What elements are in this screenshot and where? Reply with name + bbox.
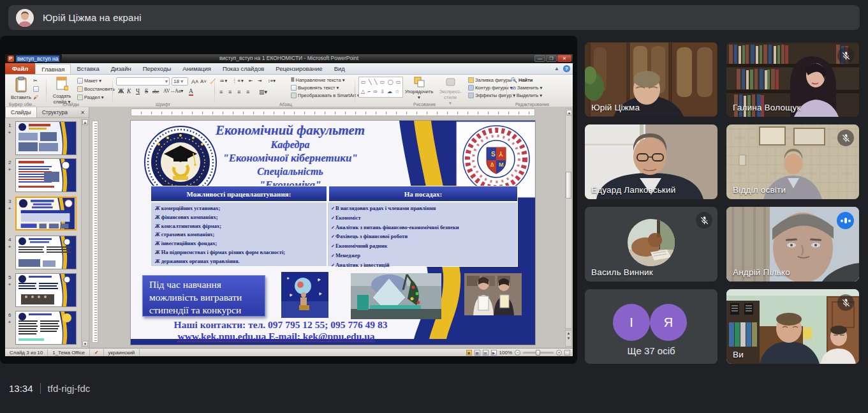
view-slideshow-button[interactable]: ▶ — [491, 350, 497, 356]
participant-name: Василь Винник — [591, 267, 653, 277]
shape-fill-button[interactable]: Заливка фигуры ▾ — [468, 77, 515, 83]
zoom-slider[interactable] — [523, 352, 554, 354]
panel-tab-slides[interactable]: Слайды — [5, 107, 37, 117]
align-text-button[interactable]: Выровнять текст ▾ — [291, 85, 339, 91]
slide-canvas[interactable]: S ⅄ ∆ M — [131, 121, 535, 345]
align-right-button[interactable]: ≡ — [237, 89, 241, 95]
line-spacing-button[interactable]: ↕≡▾ — [268, 78, 276, 84]
horizontal-ruler — [131, 109, 535, 116]
new-slide-button[interactable]: Создатьслайд ▾ — [48, 77, 75, 105]
panel-tab-outline[interactable]: Структура — [37, 107, 73, 117]
italic-button[interactable]: К — [127, 88, 131, 94]
shape-outline-button[interactable]: Контур фигуры ▾ — [468, 85, 512, 91]
slide-thumbnail-4[interactable] — [15, 236, 77, 269]
close-button[interactable]: ✕ — [557, 55, 571, 62]
font-color-button[interactable]: A — [189, 88, 193, 96]
view-sorter-button[interactable]: ▦ — [474, 350, 480, 356]
fit-to-window-button[interactable]: ⛶ — [564, 350, 570, 356]
bullets-button[interactable]: ≔▾ — [219, 78, 228, 84]
reset-button[interactable]: Восстановить — [77, 86, 115, 92]
decrease-indent-button[interactable]: ⇤ — [249, 78, 253, 84]
underline-button[interactable]: Ч — [136, 88, 140, 94]
ribbon-tab-row: Файл Главная Вставка Дизайн Переходы Ани… — [5, 63, 573, 75]
smartart-button[interactable]: Преобразовать в SmartArt ▾ — [291, 93, 360, 98]
help-icon[interactable]: ? — [563, 65, 570, 72]
slide-table: Можливості працевлаштування: На посадах:… — [151, 186, 518, 267]
prev-next-slide-buttons[interactable]: ▲▼ — [565, 330, 572, 347]
find-button[interactable]: 🔍Найти — [511, 77, 533, 83]
numbering-button[interactable]: ⋮≡▾ — [232, 78, 244, 84]
format-painter-button[interactable]: 🖌 — [33, 94, 38, 100]
tab-home[interactable]: Главная — [35, 64, 71, 74]
presenter-avatar — [16, 9, 34, 27]
tile-andrij-pilko[interactable]: Андрій Пілько — [726, 207, 859, 282]
columns-button[interactable]: ▥▾ — [259, 89, 267, 95]
panel-scrollbar[interactable]: ▲ ▼ — [81, 119, 88, 347]
tab-transitions[interactable]: Переходы — [137, 63, 177, 74]
copy-button[interactable] — [33, 86, 39, 92]
bold-button[interactable]: Ж — [118, 88, 124, 94]
tile-eduard-lapkovskyi[interactable]: Едуард Лапковський — [585, 124, 717, 199]
slide-thumbnail-3[interactable] — [15, 197, 77, 230]
tile-yurij-tsizhma[interactable]: Юрій Ціжма — [585, 42, 717, 117]
shape-effects-button[interactable]: Эффекты фигур ▾ — [468, 93, 515, 98]
tab-file[interactable]: Файл — [5, 63, 35, 74]
select-button[interactable]: ⬚Выделить ▾ — [511, 93, 542, 98]
font-size-select[interactable]: 18 ▾ — [172, 77, 188, 86]
table-header-left: Можливості працевлаштування: — [151, 186, 327, 202]
strikethrough-button[interactable]: S — [145, 88, 148, 94]
zoom-in-button[interactable]: + — [556, 350, 562, 356]
slide-scrollbar[interactable]: ▲ — [565, 109, 572, 329]
view-normal-button[interactable]: ▣ — [466, 350, 472, 356]
tile-you[interactable]: Ви — [726, 289, 859, 364]
slide-thumbnail-1[interactable] — [15, 121, 77, 155]
restore-button[interactable]: ❐ — [546, 55, 557, 62]
tab-view[interactable]: Вид — [328, 63, 351, 74]
shrink-font-button[interactable]: A˅ — [200, 79, 207, 84]
layout-button[interactable]: Макет ▾ — [77, 78, 101, 84]
slide-thumbnail-5[interactable] — [15, 273, 77, 307]
shadow-button[interactable]: abc — [152, 89, 159, 94]
tab-design[interactable]: Дизайн — [105, 63, 137, 74]
panel-close-icon[interactable]: ✕ — [77, 107, 89, 117]
status-spellcheck-icon[interactable]: ✓ — [90, 349, 104, 356]
grow-font-button[interactable]: A˄ — [191, 79, 198, 85]
increase-indent-button[interactable]: ⇥ — [258, 78, 261, 84]
overflow-avatar-1: І — [613, 304, 650, 341]
change-case-button[interactable]: Aa▾ — [175, 88, 183, 94]
ppt-taskbar-chip[interactable]: P виступ_вступ на — [5, 54, 62, 63]
tile-halyna-voloshchuk[interactable]: Галина Волощук — [726, 42, 859, 117]
section-button[interactable]: Раздел ▾ — [77, 94, 104, 100]
char-spacing-button[interactable]: AV↔ — [163, 88, 175, 94]
tab-slideshow[interactable]: Показ слайдов — [217, 63, 270, 74]
quick-styles-button[interactable]: Экспресс-стили▾ — [435, 77, 466, 106]
tab-insert[interactable]: Вставка — [71, 63, 105, 74]
banner-text: Юрій Ціжма на екрані — [43, 12, 142, 23]
overflow-label: Ще 37 осіб — [585, 345, 717, 356]
view-reading-button[interactable]: ▤ — [483, 350, 489, 356]
arrange-button[interactable]: Упорядочить▾ — [404, 77, 434, 100]
text-direction-button[interactable]: ⅢНаправление текста ▾ — [291, 77, 344, 83]
tab-animation[interactable]: Анимация — [177, 63, 217, 74]
minimize-button[interactable]: — — [534, 55, 545, 62]
paste-button[interactable]: Вставить — [9, 77, 33, 100]
justify-button[interactable]: ≡ — [246, 89, 250, 95]
collapse-ribbon-icon[interactable]: ▲ — [554, 66, 559, 71]
shapes-gallery[interactable]: ▭ ╲ ╲ ▭ ◯ ▭△ ⌐ ⇨ ⇩ ☁ ☆ — [358, 77, 403, 98]
align-left-button[interactable]: ≡ — [219, 89, 223, 95]
zoom-out-button[interactable]: − — [515, 350, 520, 356]
screenshare-tile[interactable]: виступ_вступ на 1 ЕКОНОМІСТИ - Microsoft… — [0, 36, 577, 364]
tile-viddil-osvity[interactable]: Відділ освіти — [726, 124, 859, 199]
slide-thumbnail-2[interactable] — [15, 158, 77, 192]
replace-button[interactable]: abЗаменить ▾ — [511, 85, 542, 91]
tile-overflow-participants[interactable]: І Я Ще 37 осіб — [585, 289, 717, 364]
align-center-button[interactable]: ≡ — [228, 89, 232, 95]
cut-button[interactable]: ✂ — [33, 78, 38, 84]
clock: 13:34 — [9, 383, 33, 394]
tab-review[interactable]: Рецензирование — [270, 63, 328, 74]
slide-thumbnail-6[interactable] — [15, 311, 77, 345]
slide-contacts-2: www.kek.pnu.edu.ua E-mail: kek@pnu.edu.u… — [152, 331, 401, 342]
tile-vasyl-vynnyk[interactable]: Василь Винник — [585, 207, 717, 282]
slide-photo-award — [464, 273, 522, 315]
font-name-select[interactable]: ▾ — [116, 77, 170, 86]
